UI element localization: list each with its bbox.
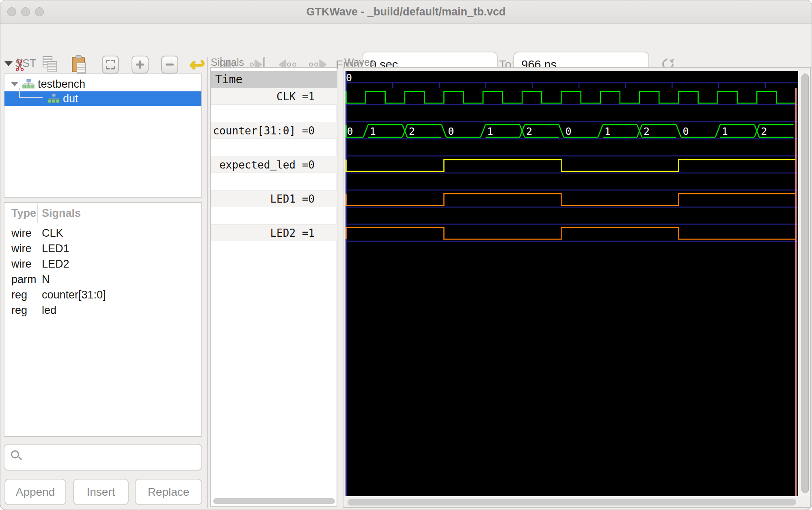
gtkwave-window: GTKWave - _build/default/main_tb.vcd ✂ ↩ xyxy=(0,0,812,510)
sst-label: SST xyxy=(15,57,37,70)
paste-icon xyxy=(71,55,86,74)
signal-label-row[interactable]: CLK =1 xyxy=(211,88,337,105)
svg-text:0: 0 xyxy=(347,125,353,137)
svg-text:0: 0 xyxy=(448,125,454,137)
signals-panel: Time CLK =1counter[31:0] =0expected_led … xyxy=(210,67,337,507)
waves-frame-label: Waves xyxy=(344,56,375,68)
signal-type: parm xyxy=(11,273,37,286)
maximize-button[interactable] xyxy=(35,7,44,16)
signal-label-row[interactable]: expected_led =0 xyxy=(211,156,337,173)
signal-name: counter[31:0] xyxy=(42,289,106,301)
signal-search-input[interactable] xyxy=(4,444,202,471)
svg-text:1: 1 xyxy=(487,125,493,137)
zoom-in-icon xyxy=(132,56,149,73)
svg-text:2: 2 xyxy=(761,125,767,137)
signal-type-row[interactable]: wireCLK xyxy=(4,226,201,241)
zoom-out-icon xyxy=(161,56,178,73)
svg-text:2: 2 xyxy=(409,125,415,137)
signal-type: wire xyxy=(11,242,32,255)
waves-vertical-scrollbar[interactable] xyxy=(800,71,810,496)
svg-text:0: 0 xyxy=(682,125,689,137)
signal-name: LED2 xyxy=(42,258,69,270)
copy-button[interactable] xyxy=(40,55,59,74)
signal-label-row[interactable]: counter[31:0] =0 xyxy=(211,122,337,139)
collapse-triangle-icon xyxy=(4,61,13,66)
svg-text:0: 0 xyxy=(346,72,352,84)
signal-name: N xyxy=(42,273,50,286)
signals-frame-label: Signals xyxy=(211,56,244,68)
spacer-row xyxy=(211,173,337,190)
zoom-fit-button[interactable] xyxy=(101,55,120,74)
window-title: GTKWave - _build/default/main_tb.vcd xyxy=(0,0,812,24)
tree-node-dut[interactable]: dut xyxy=(4,91,201,106)
signal-type: wire xyxy=(11,227,32,240)
signal-label-row[interactable]: LED1 =0 xyxy=(211,190,337,207)
signal-label-row[interactable]: LED2 =1 xyxy=(211,224,337,241)
types-table-header: Type Signals xyxy=(4,203,201,224)
waveform-canvas: 0120120120120 xyxy=(346,71,798,496)
spacer-row xyxy=(211,105,337,122)
spacer-row xyxy=(211,207,337,224)
insert-button[interactable]: Insert xyxy=(73,479,129,505)
svg-text:1: 1 xyxy=(722,125,728,137)
column-divider xyxy=(37,204,38,223)
wave-display-area[interactable]: 0120120120120 xyxy=(346,71,798,496)
hierarchy-icon xyxy=(48,93,60,104)
waves-horizontal-scrollbar[interactable] xyxy=(348,499,796,506)
minimize-button[interactable] xyxy=(21,7,30,16)
spacer-row xyxy=(211,139,337,156)
signal-type: wire xyxy=(11,258,32,270)
zoom-in-button[interactable] xyxy=(131,55,149,74)
copy-icon xyxy=(41,56,58,73)
tree-connector-line xyxy=(19,88,43,98)
svg-text:2: 2 xyxy=(526,125,532,137)
tree-node-label: testbench xyxy=(38,78,85,91)
paste-button[interactable] xyxy=(69,55,88,74)
signal-name: CLK xyxy=(42,227,63,240)
signal-name: LED1 xyxy=(42,242,69,255)
svg-text:1: 1 xyxy=(605,125,611,137)
undo-button[interactable]: ↩ xyxy=(188,55,207,74)
signal-name: led xyxy=(42,304,56,317)
svg-text:1: 1 xyxy=(370,125,376,137)
signals-horizontal-scrollbar[interactable] xyxy=(213,498,335,504)
signal-types-panel: Type Signals wireCLKwireLED1wireLED2parm… xyxy=(4,202,202,437)
signal-type-row[interactable]: parmN xyxy=(4,272,201,287)
sst-tree-panel: testbenchdut xyxy=(4,73,202,198)
signal-type-row[interactable]: regcounter[31:0] xyxy=(4,287,201,303)
close-button[interactable] xyxy=(7,7,16,16)
tree-node-label: dut xyxy=(63,93,78,105)
waves-panel: 0120120120120 xyxy=(343,67,811,508)
type-column-header[interactable]: Type xyxy=(11,207,36,220)
signals-column-header[interactable]: Signals xyxy=(42,207,81,220)
expander-triangle-icon[interactable] xyxy=(11,82,18,86)
signal-type: reg xyxy=(11,304,27,317)
traffic-lights xyxy=(7,7,44,16)
replace-button[interactable]: Replace xyxy=(135,479,202,505)
signal-type-row[interactable]: regled xyxy=(4,303,201,318)
sst-header[interactable]: SST xyxy=(4,57,37,70)
signal-type-row[interactable]: wireLED1 xyxy=(4,241,201,257)
svg-text:0: 0 xyxy=(565,125,571,137)
time-header[interactable]: Time xyxy=(211,71,337,88)
svg-text:2: 2 xyxy=(644,125,650,137)
search-icon xyxy=(11,450,22,461)
zoom-out-button[interactable] xyxy=(160,55,179,74)
signal-type-row[interactable]: wireLED2 xyxy=(4,257,201,272)
append-button[interactable]: Append xyxy=(4,479,66,505)
toolbar: ✂ ↩ From: 0 sec xyxy=(0,24,812,61)
undo-icon: ↩ xyxy=(190,54,205,76)
panel-splitter[interactable] xyxy=(207,57,208,508)
waves-vertical-scrollbar-thumb[interactable] xyxy=(801,73,809,493)
zoom-fit-icon xyxy=(102,56,119,73)
title-bar: GTKWave - _build/default/main_tb.vcd xyxy=(0,0,812,24)
signal-type: reg xyxy=(11,289,27,301)
